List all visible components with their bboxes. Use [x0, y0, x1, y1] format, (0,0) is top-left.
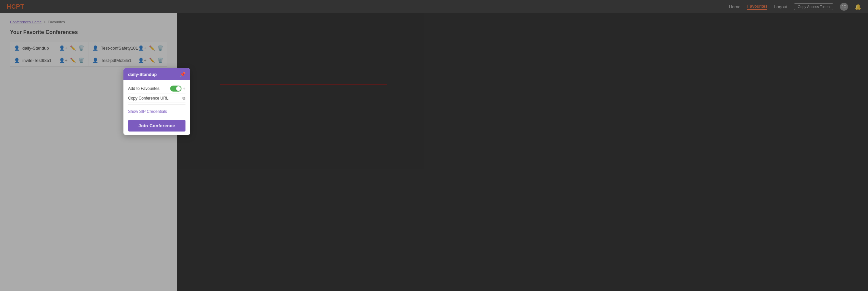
copy-url-label: Copy Conference URL: [128, 96, 168, 101]
add-to-favourites-row: Add to Favourites +: [128, 83, 185, 94]
favourites-toggle[interactable]: [170, 85, 182, 92]
join-conference-button[interactable]: Join Conference: [128, 120, 185, 132]
copy-icon[interactable]: ⧉: [183, 96, 185, 101]
toggle-thumb: [176, 86, 181, 91]
toggle-track: [170, 85, 182, 92]
popup-header: daily-Standup 📌: [123, 68, 190, 80]
overlay: daily-Standup 📌 Add to Favourites + Co: [0, 0, 868, 291]
annotation-line: [220, 84, 387, 85]
toggle-plus-icon: +: [183, 86, 185, 91]
show-sip-link[interactable]: Show SIP Credentials: [128, 108, 185, 115]
divider: [128, 104, 185, 105]
popup-title: daily-Standup: [128, 72, 157, 77]
popup-body: Add to Favourites + Copy Conference URL …: [123, 80, 190, 135]
conference-popup: daily-Standup 📌 Add to Favourites + Co: [123, 68, 190, 135]
favourites-toggle-container: +: [170, 85, 185, 92]
add-to-favourites-label: Add to Favourites: [128, 86, 159, 91]
show-sip-row: Show SIP Credentials: [128, 106, 185, 117]
copy-url-row[interactable]: Copy Conference URL ⧉: [128, 94, 185, 103]
pin-icon[interactable]: 📌: [180, 72, 185, 77]
